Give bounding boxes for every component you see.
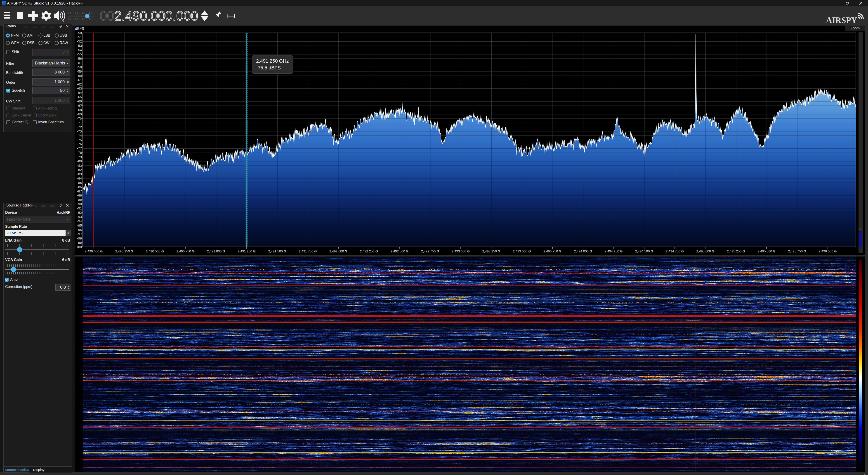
svg-text:-2: -2 <box>61 19 64 22</box>
svg-text:AIRSPY: AIRSPY <box>826 16 857 25</box>
